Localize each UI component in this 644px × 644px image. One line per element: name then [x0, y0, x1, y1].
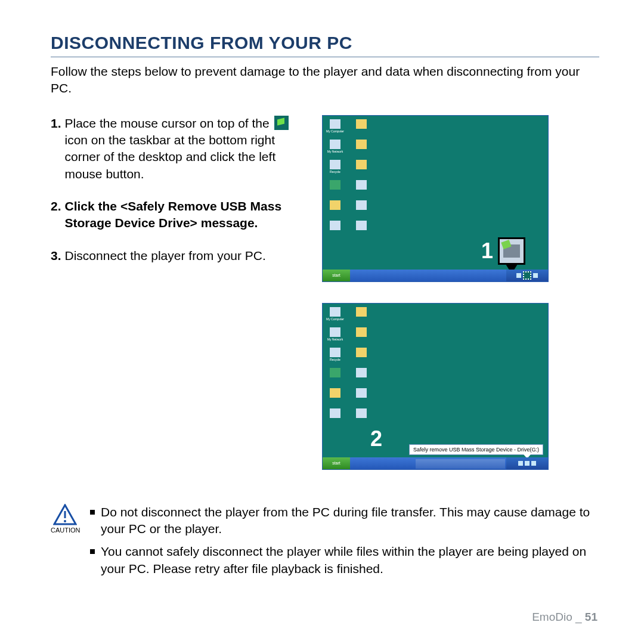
bullet-icon [90, 510, 95, 515]
tray-icon[interactable] [531, 461, 536, 466]
step-number: 2. [51, 198, 61, 232]
tray-icon[interactable] [518, 461, 523, 466]
caution-list: Do not disconnect the player from the PC… [90, 504, 599, 583]
step-1: 1. Place the mouse cursor on top of the … [51, 115, 307, 182]
system-tray [506, 270, 548, 281]
page-title: DISCONNECTING FROM YOUR PC [51, 33, 599, 57]
caution-item: Do not disconnect the player from the PC… [90, 504, 599, 538]
step-body: Disconnect the player from your PC. [65, 247, 266, 264]
start-button[interactable]: start [323, 457, 350, 469]
footer-section: EmoDio [532, 611, 572, 623]
step-body: Place the mouse cursor on top of the ico… [65, 115, 307, 182]
callout-number-1: 1 [481, 239, 493, 264]
screenshots-column: My Computer My Network Recycle 1 start [322, 115, 549, 491]
system-tray [506, 457, 548, 469]
bullet-icon [90, 549, 95, 554]
safely-remove-tray-icon[interactable] [525, 461, 530, 466]
screenshot-2: My Computer My Network Recycle 2 Safely … [322, 303, 549, 470]
step1-after: icon on the taskbar at the bottom right … [65, 133, 276, 181]
callout-1: 1 [481, 237, 525, 265]
intro-text: Follow the steps below to prevent damage… [51, 63, 599, 97]
callout-number-2: 2 [370, 426, 382, 451]
desktop-icons: My Computer My Network Recycle [326, 119, 386, 239]
caution-text: Do not disconnect the player from the PC… [101, 504, 599, 538]
footer-sep: _ [575, 611, 582, 623]
step2-post: message. [197, 216, 258, 230]
caution-section: CAUTION Do not disconnect the player fro… [51, 504, 599, 583]
caution-badge: CAUTION [51, 504, 79, 583]
tray-icon[interactable] [516, 273, 521, 278]
step-3: 3. Disconnect the player from your PC. [51, 247, 307, 264]
caution-item: You cannot safely disconnect the player … [90, 543, 599, 577]
screenshot-1: My Computer My Network Recycle 1 start [322, 115, 549, 282]
step-number: 3. [51, 247, 61, 264]
desktop-icons: My Computer My Network Recycle [326, 307, 386, 426]
callout-icon-safely-remove [498, 237, 525, 265]
caution-triangle-icon [53, 504, 77, 525]
caution-label: CAUTION [51, 527, 80, 534]
steps-column: 1. Place the mouse cursor on top of the … [51, 115, 307, 491]
footer-page-number: 51 [585, 611, 597, 623]
start-button[interactable]: start [323, 270, 350, 281]
taskbar-tooltip [416, 459, 505, 469]
safely-remove-balloon[interactable]: Safely remove USB Mass Storage Device - … [409, 444, 543, 455]
step-2: 2. Click the <Safely Remove USB Mass Sto… [51, 198, 307, 232]
safely-remove-hardware-icon [274, 116, 289, 130]
svg-point-2 [64, 520, 66, 522]
step2-pre: Click the [65, 199, 120, 213]
caution-text: You cannot safely disconnect the player … [101, 543, 599, 577]
taskbar: start [323, 457, 548, 469]
step-body: Click the <Safely Remove USB Mass Storag… [65, 198, 307, 232]
taskbar: start [323, 270, 548, 281]
step-number: 1. [51, 115, 61, 182]
page-footer: EmoDio _ 51 [532, 611, 597, 624]
safely-remove-tray-icon[interactable] [523, 271, 531, 280]
step1-before: Place the mouse cursor on top of the [65, 116, 270, 130]
tray-icon[interactable] [533, 273, 538, 278]
content-columns: 1. Place the mouse cursor on top of the … [51, 115, 599, 491]
